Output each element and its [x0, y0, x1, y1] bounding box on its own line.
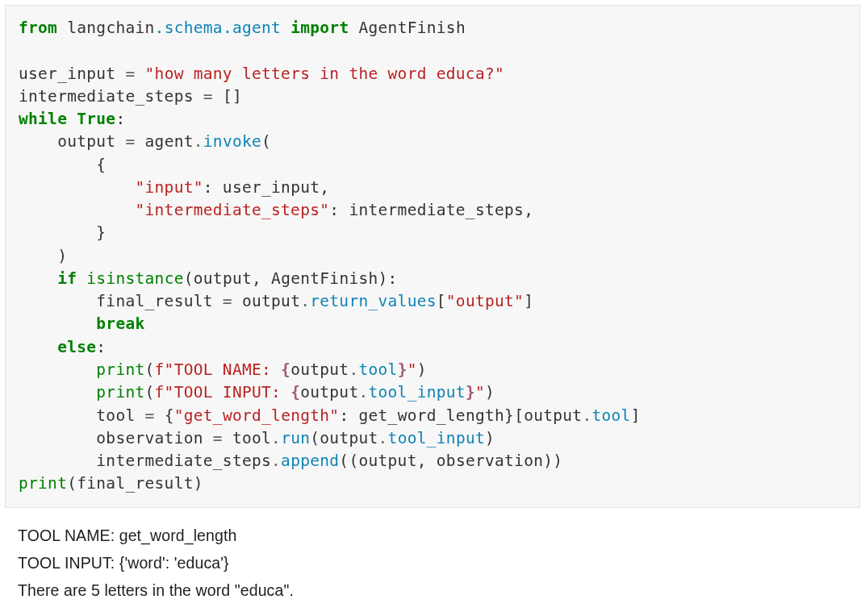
- keyword-true: True: [77, 110, 115, 128]
- builtin-print3: print: [19, 474, 67, 493]
- method-invoke: invoke: [203, 132, 261, 151]
- module-langchain: langchain: [67, 19, 154, 37]
- output-line-tool-name: TOOL NAME: get_word_length: [18, 522, 847, 549]
- method-append: append: [281, 452, 339, 470]
- var-output: output: [57, 132, 115, 151]
- builtin-print2: print: [96, 383, 144, 402]
- output-block: TOOL NAME: get_word_length TOOL INPUT: {…: [0, 508, 865, 604]
- keyword-else: else: [57, 338, 96, 356]
- module-schema: schema: [165, 19, 223, 37]
- keyword-from: from: [19, 19, 57, 37]
- method-run: run: [281, 429, 310, 447]
- code-block: from langchain.schema.agent import Agent…: [5, 5, 860, 508]
- attr-return-values: return_values: [310, 292, 437, 310]
- output-line-tool-input: TOOL INPUT: {'word': 'educa'}: [18, 550, 847, 576]
- dict-key-input: "input": [135, 178, 203, 197]
- var-observation: observation: [96, 429, 203, 447]
- output-line-result: There are 5 letters in the word "educa".: [18, 577, 847, 604]
- keyword-break: break: [96, 314, 144, 333]
- var-intermediate-steps: intermediate_steps: [19, 87, 194, 106]
- string-user-input: "how many letters in the word educa?": [145, 65, 504, 83]
- dict-key-intermediate-steps: "intermediate_steps": [135, 201, 329, 219]
- builtin-isinstance: isinstance: [86, 269, 183, 288]
- class-agentfinish: AgentFinish: [358, 19, 465, 37]
- keyword-while: while: [19, 110, 67, 128]
- keyword-import: import: [290, 19, 349, 37]
- keyword-if: if: [57, 269, 77, 288]
- var-user-input: user_input: [19, 65, 115, 83]
- builtin-print1: print: [96, 360, 144, 379]
- module-agent: agent: [232, 19, 281, 37]
- var-tool: tool: [96, 406, 135, 425]
- var-final-result: final_result: [96, 292, 212, 310]
- string-get-word-length: "get_word_length": [174, 406, 340, 425]
